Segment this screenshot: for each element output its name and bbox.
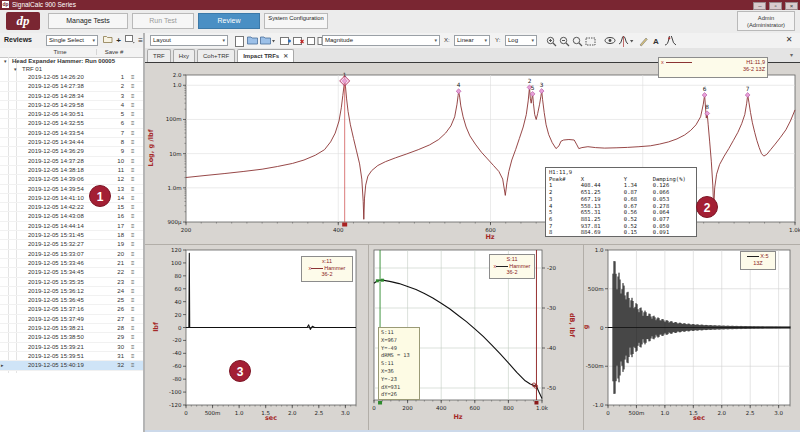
zoom-box-icon[interactable] <box>584 35 596 46</box>
row-menu-icon[interactable]: ≡ <box>131 268 135 276</box>
chevron-down-icon[interactable]: ▾ <box>4 57 7 65</box>
list-item[interactable]: 2019-12-05 15:33:0720≡ <box>0 250 143 259</box>
splitter-vertical[interactable] <box>583 245 584 430</box>
tab-hxy[interactable]: Hxy <box>173 49 195 63</box>
row-menu-icon[interactable]: ≡ <box>131 82 135 90</box>
row-menu-icon[interactable]: ≡ <box>131 101 135 109</box>
row-menu-icon[interactable]: ≡ <box>131 231 135 239</box>
list-item[interactable]: 2019-12-05 14:44:1417≡ <box>0 222 143 231</box>
list-item[interactable]: 2019-12-05 14:29:584≡ <box>0 101 143 110</box>
tab-run-test[interactable]: Run Test <box>132 13 194 29</box>
list-item[interactable]: ▸2019-12-05 15:40:1932≡ <box>0 361 143 370</box>
list-item[interactable]: 2019-12-05 14:41:1014≡ <box>0 194 143 203</box>
cursor-trace-icon[interactable] <box>617 35 634 46</box>
row-menu-icon[interactable]: ≡ <box>131 129 135 137</box>
list-item[interactable]: 2019-12-05 14:26:201≡ <box>0 73 143 82</box>
zoom-fit-icon[interactable] <box>571 35 583 46</box>
annotate-text-icon[interactable]: A <box>650 35 662 46</box>
list-item[interactable]: 2019-12-05 15:38:5029≡ <box>0 333 143 342</box>
list-item[interactable]: 2019-12-05 15:36:4525≡ <box>0 296 143 305</box>
annotate-pen-icon[interactable] <box>637 35 649 46</box>
new-layout-icon[interactable] <box>233 35 245 46</box>
tree-group-node[interactable]: ▾ TRF 01 <box>0 65 143 73</box>
chevron-down-icon[interactable]: ▾ <box>790 51 793 58</box>
window-icon[interactable] <box>124 35 135 46</box>
spectrum-legend[interactable]: S:11 xHammer 36-2 <box>489 254 535 279</box>
list-item[interactable]: 2019-12-05 15:40:5133≡ <box>0 371 143 374</box>
list-item[interactable]: 2019-12-05 14:39:5413≡ <box>0 185 143 194</box>
list-item[interactable]: 2019-12-05 15:35:3523≡ <box>0 278 143 287</box>
function-combo[interactable]: Magnitude▾ <box>322 35 440 46</box>
layout-combo[interactable]: Layout▾ <box>150 35 228 46</box>
list-item[interactable]: 2019-12-05 14:28:343≡ <box>0 92 143 101</box>
close-pane-icon[interactable]: ✕ <box>784 35 794 44</box>
impulse-legend[interactable]: x:11 xHammer 36-2 <box>301 256 353 282</box>
row-menu-icon[interactable]: ≡ <box>131 222 135 230</box>
list-item[interactable]: 2019-12-05 14:27:382≡ <box>0 82 143 91</box>
remove-window-icon[interactable] <box>292 35 304 46</box>
cursor-readout-box[interactable]: S:11X=967Y=-49dRMS = 13S:11X=36Y=-23dX=9… <box>378 327 420 400</box>
list-item[interactable]: 2019-12-05 15:34:4522≡ <box>0 268 143 277</box>
list-item[interactable]: 2019-12-05 15:32:2719≡ <box>0 240 143 249</box>
row-menu-icon[interactable]: ≡ <box>131 343 135 351</box>
list-item[interactable]: 2019-12-05 14:39:0612≡ <box>0 175 143 184</box>
open-layout-icon[interactable] <box>246 35 258 46</box>
chevron-down-icon[interactable]: ▾ <box>14 65 17 73</box>
open-folder-icon[interactable] <box>102 35 113 46</box>
splitter-vertical[interactable] <box>368 245 369 430</box>
list-item[interactable]: 2019-12-05 14:42:2215≡ <box>0 203 143 212</box>
list-item[interactable]: 2019-12-05 14:32:556≡ <box>0 119 143 128</box>
row-menu-icon[interactable]: ≡ <box>131 333 135 341</box>
row-menu-icon[interactable]: ≡ <box>131 185 135 193</box>
column-save[interactable]: Save # <box>96 49 131 55</box>
add-window-icon[interactable] <box>279 35 291 46</box>
row-menu-icon[interactable]: ≡ <box>131 138 135 146</box>
row-menu-icon[interactable]: ≡ <box>131 259 135 267</box>
column-time[interactable]: Time <box>24 49 96 55</box>
list-item[interactable]: 2019-12-05 14:37:2810≡ <box>0 157 143 166</box>
tab-review[interactable]: Review <box>198 13 260 29</box>
list-item[interactable]: 2019-12-05 15:37:4927≡ <box>0 315 143 324</box>
add-icon[interactable]: + <box>113 35 124 46</box>
close-tab-icon[interactable]: ✕ <box>283 53 288 59</box>
list-item[interactable]: 2019-12-05 14:30:515≡ <box>0 110 143 119</box>
row-menu-icon[interactable]: ≡ <box>131 147 135 155</box>
zoom-out-icon[interactable] <box>558 35 570 46</box>
row-menu-icon[interactable]: ≡ <box>131 352 135 360</box>
row-menu-icon[interactable]: ≡ <box>131 371 135 374</box>
close-button[interactable]: × <box>785 2 798 10</box>
zoom-in-icon[interactable] <box>545 35 557 46</box>
select-mode-combo[interactable]: Single Select▾ <box>46 35 98 46</box>
row-menu-icon[interactable]: ≡ <box>131 110 135 118</box>
list-item[interactable]: 2019-12-05 15:39:2130≡ <box>0 343 143 352</box>
row-menu-icon[interactable]: ≡ <box>131 73 135 81</box>
ringdown-legend[interactable]: X:5 13Z <box>740 251 776 270</box>
splitter-horizontal[interactable] <box>145 244 800 245</box>
list-item[interactable]: 2019-12-05 14:33:547≡ <box>0 129 143 138</box>
list-item[interactable]: 2019-12-05 14:34:448≡ <box>0 138 143 147</box>
row-menu-icon[interactable]: ≡ <box>131 166 135 174</box>
peak-marker-icon[interactable] <box>663 35 675 46</box>
row-menu-icon[interactable]: ≡ <box>131 157 135 165</box>
x-scale-combo[interactable]: Linear▾ <box>454 35 490 46</box>
restore-button[interactable]: ▫ <box>769 2 782 10</box>
list-item[interactable]: 2019-12-05 15:31:4518≡ <box>0 231 143 240</box>
row-menu-icon[interactable]: ≡ <box>131 305 135 313</box>
row-menu-icon[interactable]: ≡ <box>131 240 135 248</box>
list-item[interactable]: 2019-12-05 15:37:1626≡ <box>0 305 143 314</box>
row-menu-icon[interactable]: ≡ <box>131 296 135 304</box>
row-menu-icon[interactable]: ≡ <box>131 278 135 286</box>
list-item[interactable]: 2019-12-05 15:33:4621≡ <box>0 259 143 268</box>
admin-user-button[interactable]: Admin (Administrator) <box>737 11 795 31</box>
row-menu-icon[interactable]: ≡ <box>131 324 135 332</box>
row-menu-icon[interactable]: ≡ <box>131 250 135 258</box>
minimize-button[interactable]: – <box>753 2 766 10</box>
frf-legend[interactable]: x H1:11,9 36-2 13Z <box>658 57 768 78</box>
row-menu-icon[interactable]: ≡ <box>131 194 135 202</box>
list-item[interactable]: 2019-12-05 15:39:5131≡ <box>0 352 143 361</box>
tab-trf[interactable]: TRF <box>147 49 171 63</box>
y-scale-combo[interactable]: Log▾ <box>505 35 537 46</box>
row-menu-icon[interactable]: ≡ <box>131 92 135 100</box>
row-menu-icon[interactable]: ≡ <box>131 119 135 127</box>
row-menu-icon[interactable]: ≡ <box>131 212 135 220</box>
